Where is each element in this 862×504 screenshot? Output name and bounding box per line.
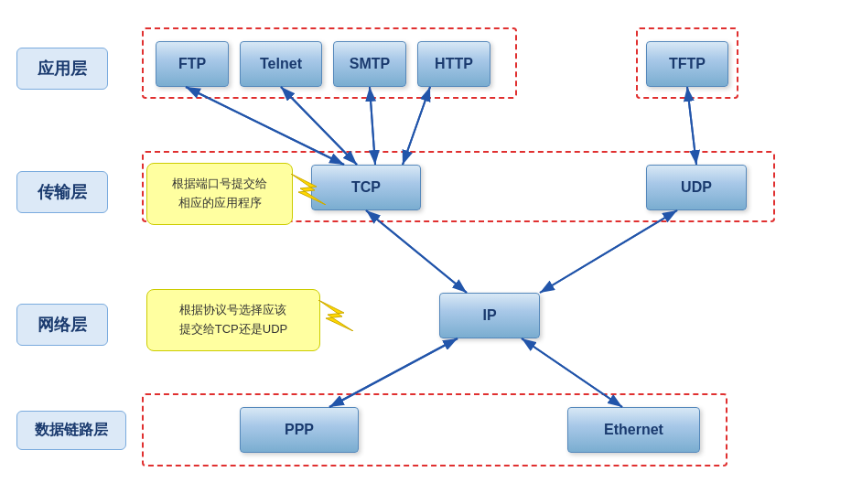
svg-line-14 — [366, 210, 467, 293]
proto-tftp: TFTP — [646, 41, 728, 87]
proto-ip: IP — [439, 293, 540, 338]
layer-datalink: 数据链路层 — [16, 411, 126, 450]
bubble-port: 根据端口号提交给相应的应用程序 — [146, 163, 293, 225]
proto-tcp: TCP — [311, 165, 421, 210]
bubble-protocol: 根据协议号选择应该提交给TCP还是UDP — [146, 289, 320, 351]
proto-telnet: Telnet — [240, 41, 322, 87]
proto-ethernet: Ethernet — [567, 407, 700, 453]
proto-ftp: FTP — [156, 41, 229, 87]
svg-line-16 — [540, 210, 677, 293]
proto-http: HTTP — [417, 41, 490, 87]
layer-transport: 传输层 — [16, 171, 108, 213]
proto-ppp: PPP — [240, 407, 359, 453]
layer-network: 网络层 — [16, 304, 108, 346]
layer-app: 应用层 — [16, 48, 108, 90]
svg-line-15 — [366, 210, 467, 293]
svg-line-17 — [540, 210, 677, 293]
proto-smtp: SMTP — [333, 41, 406, 87]
svg-marker-1 — [318, 300, 353, 331]
network-diagram: 应用层 传输层 网络层 数据链路层 FTP Telnet SMTP HTTP T… — [0, 0, 862, 504]
proto-udp: UDP — [646, 165, 747, 210]
